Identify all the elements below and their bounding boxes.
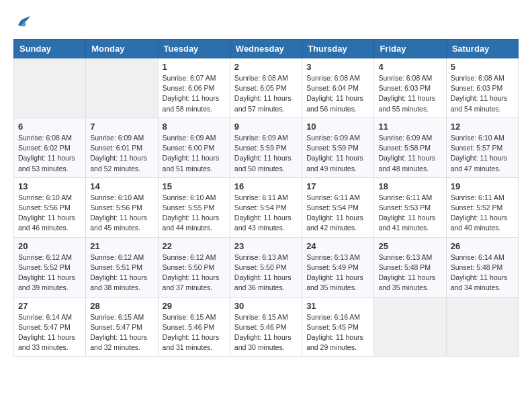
day-info: Sunrise: 6:11 AMSunset: 5:54 PMDaylight:… <box>234 193 298 234</box>
calendar-cell: 8Sunrise: 6:09 AMSunset: 6:00 PMDaylight… <box>158 118 230 177</box>
day-info: Sunrise: 6:16 AMSunset: 5:45 PMDaylight:… <box>306 312 369 353</box>
page-header <box>13 13 519 32</box>
day-number: 12 <box>451 122 514 132</box>
day-number: 14 <box>90 181 153 191</box>
day-number: 30 <box>234 301 298 311</box>
calendar-cell: 9Sunrise: 6:09 AMSunset: 5:59 PMDaylight… <box>230 118 302 177</box>
day-info: Sunrise: 6:13 AMSunset: 5:49 PMDaylight:… <box>306 253 369 293</box>
calendar-cell: 25Sunrise: 6:13 AMSunset: 5:48 PMDayligh… <box>374 237 446 297</box>
calendar-cell: 2Sunrise: 6:08 AMSunset: 6:05 PMDaylight… <box>230 58 302 118</box>
calendar-cell: 30Sunrise: 6:15 AMSunset: 5:46 PMDayligh… <box>230 297 302 357</box>
calendar-cell: 11Sunrise: 6:09 AMSunset: 5:58 PMDayligh… <box>374 118 446 177</box>
day-info: Sunrise: 6:14 AMSunset: 5:48 PMDaylight:… <box>451 253 514 293</box>
day-info: Sunrise: 6:15 AMSunset: 5:46 PMDaylight:… <box>163 312 226 353</box>
logo <box>13 13 35 32</box>
day-number: 31 <box>306 301 369 311</box>
day-info: Sunrise: 6:09 AMSunset: 6:01 PMDaylight:… <box>90 133 153 174</box>
weekday-header-monday: Monday <box>86 40 158 58</box>
day-number: 4 <box>378 62 441 72</box>
calendar-cell: 24Sunrise: 6:13 AMSunset: 5:49 PMDayligh… <box>302 237 374 297</box>
day-info: Sunrise: 6:07 AMSunset: 6:06 PMDaylight:… <box>163 73 226 114</box>
day-number: 13 <box>18 181 81 191</box>
day-number: 10 <box>306 122 369 132</box>
day-info: Sunrise: 6:09 AMSunset: 5:59 PMDaylight:… <box>306 133 369 174</box>
day-info: Sunrise: 6:10 AMSunset: 5:56 PMDaylight:… <box>90 193 153 234</box>
day-number: 20 <box>18 241 81 251</box>
day-number: 17 <box>306 181 369 191</box>
calendar-cell: 17Sunrise: 6:11 AMSunset: 5:54 PMDayligh… <box>302 177 374 237</box>
calendar-week-row: 6Sunrise: 6:08 AMSunset: 6:02 PMDaylight… <box>14 118 519 177</box>
day-number: 2 <box>234 62 298 72</box>
day-number: 24 <box>306 241 369 251</box>
day-info: Sunrise: 6:12 AMSunset: 5:52 PMDaylight:… <box>18 253 81 293</box>
day-number: 16 <box>234 181 298 191</box>
day-info: Sunrise: 6:12 AMSunset: 5:50 PMDaylight:… <box>163 253 226 293</box>
day-number: 3 <box>306 62 369 72</box>
day-number: 29 <box>163 301 226 311</box>
day-number: 7 <box>90 122 153 132</box>
day-info: Sunrise: 6:08 AMSunset: 6:03 PMDaylight:… <box>451 73 514 114</box>
calendar-cell: 31Sunrise: 6:16 AMSunset: 5:45 PMDayligh… <box>302 297 374 357</box>
day-info: Sunrise: 6:10 AMSunset: 5:55 PMDaylight:… <box>163 193 226 234</box>
calendar-cell: 3Sunrise: 6:08 AMSunset: 6:04 PMDaylight… <box>302 58 374 118</box>
day-number: 5 <box>451 62 514 72</box>
calendar-header-row: SundayMondayTuesdayWednesdayThursdayFrid… <box>14 40 519 58</box>
weekday-header-sunday: Sunday <box>14 40 86 58</box>
day-info: Sunrise: 6:13 AMSunset: 5:50 PMDaylight:… <box>234 253 298 293</box>
day-number: 19 <box>451 181 514 191</box>
calendar-cell: 22Sunrise: 6:12 AMSunset: 5:50 PMDayligh… <box>158 237 230 297</box>
day-info: Sunrise: 6:14 AMSunset: 5:47 PMDaylight:… <box>18 312 81 353</box>
calendar-cell <box>374 297 446 357</box>
calendar-cell <box>446 297 518 357</box>
calendar-cell: 4Sunrise: 6:08 AMSunset: 6:03 PMDaylight… <box>374 58 446 118</box>
day-info: Sunrise: 6:11 AMSunset: 5:54 PMDaylight:… <box>306 193 369 234</box>
calendar-cell: 21Sunrise: 6:12 AMSunset: 5:51 PMDayligh… <box>86 237 158 297</box>
day-number: 25 <box>378 241 441 251</box>
day-info: Sunrise: 6:10 AMSunset: 5:57 PMDaylight:… <box>451 133 514 174</box>
day-number: 8 <box>163 122 226 132</box>
day-info: Sunrise: 6:10 AMSunset: 5:56 PMDaylight:… <box>18 193 81 234</box>
day-info: Sunrise: 6:15 AMSunset: 5:47 PMDaylight:… <box>90 312 153 353</box>
weekday-header-saturday: Saturday <box>446 40 518 58</box>
day-info: Sunrise: 6:13 AMSunset: 5:48 PMDaylight:… <box>378 253 441 293</box>
day-info: Sunrise: 6:08 AMSunset: 6:02 PMDaylight:… <box>18 133 81 174</box>
weekday-header-friday: Friday <box>374 40 446 58</box>
weekday-header-wednesday: Wednesday <box>230 40 302 58</box>
calendar-cell <box>86 58 158 118</box>
day-info: Sunrise: 6:11 AMSunset: 5:53 PMDaylight:… <box>378 193 441 234</box>
day-info: Sunrise: 6:15 AMSunset: 5:46 PMDaylight:… <box>234 312 298 353</box>
calendar-cell: 26Sunrise: 6:14 AMSunset: 5:48 PMDayligh… <box>446 237 518 297</box>
calendar-cell: 6Sunrise: 6:08 AMSunset: 6:02 PMDaylight… <box>14 118 86 177</box>
calendar-cell: 28Sunrise: 6:15 AMSunset: 5:47 PMDayligh… <box>86 297 158 357</box>
calendar-cell: 23Sunrise: 6:13 AMSunset: 5:50 PMDayligh… <box>230 237 302 297</box>
day-info: Sunrise: 6:09 AMSunset: 5:58 PMDaylight:… <box>378 133 441 174</box>
calendar-week-row: 20Sunrise: 6:12 AMSunset: 5:52 PMDayligh… <box>14 237 519 297</box>
calendar-cell: 10Sunrise: 6:09 AMSunset: 5:59 PMDayligh… <box>302 118 374 177</box>
calendar-cell: 5Sunrise: 6:08 AMSunset: 6:03 PMDaylight… <box>446 58 518 118</box>
day-number: 28 <box>90 301 153 311</box>
calendar-week-row: 1Sunrise: 6:07 AMSunset: 6:06 PMDaylight… <box>14 58 519 118</box>
day-number: 1 <box>163 62 226 72</box>
day-number: 18 <box>378 181 441 191</box>
calendar-cell: 16Sunrise: 6:11 AMSunset: 5:54 PMDayligh… <box>230 177 302 237</box>
day-number: 15 <box>163 181 226 191</box>
day-number: 26 <box>451 241 514 251</box>
day-number: 6 <box>18 122 81 132</box>
calendar-cell: 19Sunrise: 6:11 AMSunset: 5:52 PMDayligh… <box>446 177 518 237</box>
calendar-week-row: 13Sunrise: 6:10 AMSunset: 5:56 PMDayligh… <box>14 177 519 237</box>
calendar-cell: 15Sunrise: 6:10 AMSunset: 5:55 PMDayligh… <box>158 177 230 237</box>
weekday-header-thursday: Thursday <box>302 40 374 58</box>
day-info: Sunrise: 6:09 AMSunset: 5:59 PMDaylight:… <box>234 133 298 174</box>
calendar-cell: 20Sunrise: 6:12 AMSunset: 5:52 PMDayligh… <box>14 237 86 297</box>
day-info: Sunrise: 6:11 AMSunset: 5:52 PMDaylight:… <box>451 193 514 234</box>
calendar-cell: 29Sunrise: 6:15 AMSunset: 5:46 PMDayligh… <box>158 297 230 357</box>
weekday-header-tuesday: Tuesday <box>158 40 230 58</box>
day-number: 23 <box>234 241 298 251</box>
day-info: Sunrise: 6:12 AMSunset: 5:51 PMDaylight:… <box>90 253 153 293</box>
calendar-cell: 18Sunrise: 6:11 AMSunset: 5:53 PMDayligh… <box>374 177 446 237</box>
calendar-cell: 1Sunrise: 6:07 AMSunset: 6:06 PMDaylight… <box>158 58 230 118</box>
calendar-cell: 14Sunrise: 6:10 AMSunset: 5:56 PMDayligh… <box>86 177 158 237</box>
calendar-cell: 13Sunrise: 6:10 AMSunset: 5:56 PMDayligh… <box>14 177 86 237</box>
day-number: 9 <box>234 122 298 132</box>
logo-icon <box>13 13 32 32</box>
